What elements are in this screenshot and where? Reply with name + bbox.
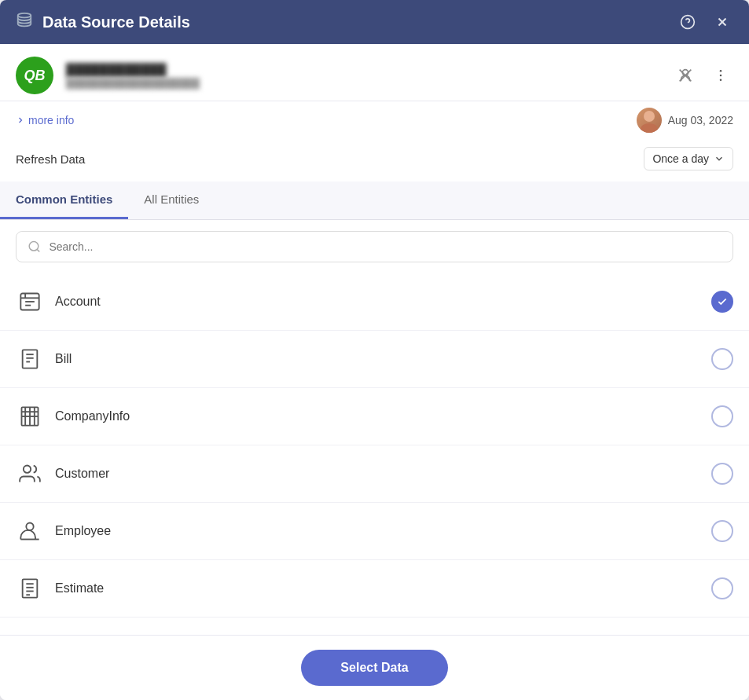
estimate-icon [16, 574, 44, 603]
qb-logo: QB [16, 57, 53, 94]
employee-icon [16, 517, 44, 545]
account-info: ████████████ ████████████████████ [66, 63, 672, 89]
help-button[interactable] [677, 11, 699, 33]
account-icon [16, 288, 44, 316]
entity-check-bill[interactable] [711, 348, 733, 370]
select-data-button[interactable]: Select Data [301, 650, 447, 686]
more-options-button[interactable] [708, 63, 733, 88]
entity-check-customer[interactable] [711, 463, 733, 485]
entity-row-companyinfo[interactable]: CompanyInfo [0, 388, 749, 445]
refresh-label: Refresh Data [16, 152, 644, 166]
entity-row-estimate[interactable]: Estimate [0, 560, 749, 618]
entity-tabs: Common Entities All Entities [0, 181, 749, 220]
search-input[interactable] [49, 240, 721, 253]
svg-point-9 [720, 75, 722, 77]
refresh-row: Refresh Data Once a day [0, 139, 749, 181]
entity-label-employee: Employee [55, 524, 711, 538]
page-title: Data Source Details [42, 13, 677, 31]
entity-row-bill[interactable]: Bill [0, 331, 749, 388]
entity-row-account[interactable]: Account [0, 273, 749, 331]
sync-date: Aug 03, 2022 [668, 114, 733, 126]
customer-icon [16, 460, 44, 488]
svg-rect-18 [23, 350, 38, 368]
search-icon [28, 240, 41, 254]
refresh-frequency-value: Once a day [652, 152, 709, 165]
entity-row-employee[interactable]: Employee [0, 503, 749, 560]
entity-label-estimate: Estimate [55, 581, 711, 596]
svg-point-10 [720, 79, 722, 82]
svg-point-8 [720, 70, 722, 72]
entity-check-estimate[interactable] [711, 577, 733, 599]
svg-point-28 [24, 466, 31, 473]
svg-line-12 [37, 249, 39, 251]
entity-check-companyinfo[interactable] [711, 405, 733, 427]
modal-container: Data Source Details QB ███████████ [0, 0, 749, 700]
close-button[interactable] [711, 11, 733, 33]
avatar [637, 108, 662, 133]
date-info: Aug 03, 2022 [637, 108, 733, 133]
svg-point-0 [18, 13, 31, 18]
svg-point-11 [29, 241, 39, 251]
search-box [16, 231, 733, 262]
tab-common-entities[interactable]: Common Entities [0, 181, 128, 219]
entity-label-account: Account [55, 295, 711, 309]
more-info-label: more info [28, 114, 74, 126]
entity-list: Account Bill [0, 273, 749, 635]
company-icon [16, 402, 44, 431]
footer: Select Data [0, 635, 749, 700]
tab-all-entities[interactable]: All Entities [128, 181, 215, 219]
svg-point-29 [26, 523, 33, 530]
entity-row-customer[interactable]: Customer [0, 445, 749, 503]
more-info-row: more info Aug 03, 2022 [0, 101, 749, 139]
more-info-link[interactable]: more info [16, 114, 637, 126]
account-name: ████████████ [66, 63, 672, 76]
search-row [0, 220, 749, 273]
header-actions [677, 11, 733, 33]
subheader: QB ████████████ ████████████████████ [0, 44, 749, 101]
entity-check-account[interactable] [711, 291, 733, 313]
entity-label-companyinfo: CompanyInfo [55, 409, 711, 423]
refresh-frequency-select[interactable]: Once a day [644, 147, 733, 170]
entity-label-bill: Bill [55, 352, 711, 366]
bill-icon [16, 345, 44, 373]
account-sub: ████████████████████ [66, 78, 672, 89]
modal-header: Data Source Details [0, 0, 749, 44]
badge-icon-btn[interactable] [672, 62, 699, 89]
database-icon [16, 12, 33, 32]
entity-check-employee[interactable] [711, 520, 733, 542]
entity-label-customer: Customer [55, 467, 711, 481]
subheader-actions [672, 62, 733, 89]
